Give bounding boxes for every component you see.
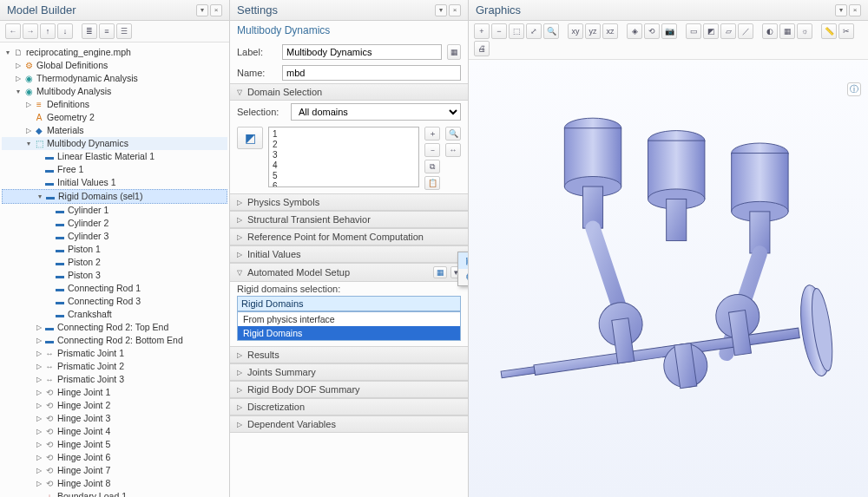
nav-down-icon[interactable]: ↓	[57, 23, 73, 39]
zoom-box-icon[interactable]: ⬚	[509, 23, 524, 39]
tree-node-hinge6[interactable]: ▷⟲Hinge Joint 6	[2, 451, 227, 464]
menu-create-rigid-domains[interactable]: ▣ Create Rigid Domains	[458, 252, 468, 269]
default-view-icon[interactable]: ◈	[627, 23, 642, 39]
tree-node-piston2[interactable]: ▬Piston 2	[2, 256, 227, 269]
tree-node-prismatic3[interactable]: ▷↔Prismatic Joint 3	[2, 373, 227, 386]
automated-setup-popup[interactable]: ▣ Create Rigid Domains ⚙ Create Gears	[457, 252, 468, 286]
caret-icon[interactable]: ▷	[35, 451, 43, 464]
tree-node-free1[interactable]: ▬Free 1	[2, 163, 227, 176]
tree-node-connRod2Bot[interactable]: ▷▬Connecting Rod 2: Bottom End	[2, 334, 227, 347]
tree-node-connRod2Top[interactable]: ▷▬Connecting Rod 2: Top End	[2, 321, 227, 334]
combo-option-rigid-domains[interactable]: Rigid Domains	[238, 326, 460, 340]
domain-num[interactable]: 3	[273, 150, 415, 160]
section-ref-point[interactable]: Reference Point for Moment Computation	[230, 228, 468, 245]
zoom-extents-icon[interactable]: ⤢	[526, 23, 542, 39]
zoom-in-icon[interactable]: +	[474, 23, 490, 39]
tree-node-linElastic[interactable]: ▬Linear Elastic Material 1	[2, 150, 227, 163]
tree-node-prismatic2[interactable]: ▷↔Prismatic Joint 2	[2, 360, 227, 373]
name-input[interactable]	[282, 65, 461, 81]
domain-num[interactable]: 2	[273, 140, 415, 150]
tree-node-hinge7[interactable]: ▷⟲Hinge Joint 7	[2, 464, 227, 477]
automated-setup-action-icon[interactable]: ▦	[433, 266, 447, 278]
copy-selection-icon[interactable]: ⧉	[424, 160, 440, 173]
section-domain-selection[interactable]: Domain Selection	[230, 83, 468, 101]
select-domain-icon[interactable]: ◩	[703, 23, 719, 39]
select-mode-icon[interactable]: ▭	[686, 23, 701, 39]
collapse-icon[interactable]: ≡	[99, 23, 115, 39]
tree-node-hinge4[interactable]: ▷⟲Hinge Joint 4	[2, 425, 227, 438]
tree-node-boundLoad1[interactable]: ↓Boundary Load 1	[2, 490, 227, 497]
settings-menu-icon[interactable]: ▾	[435, 4, 447, 16]
tree-node-thermo[interactable]: ▷◉Thermodynamic Analysis	[2, 72, 227, 85]
add-selection-icon[interactable]: ＋	[424, 127, 440, 141]
info-badge-icon[interactable]: ⓘ	[847, 82, 861, 96]
lighting-icon[interactable]: ☼	[797, 23, 812, 39]
tree-node-hinge1[interactable]: ▷⟲Hinge Joint 1	[2, 386, 227, 399]
remove-selection-icon[interactable]: －	[424, 143, 440, 157]
caret-icon[interactable]: ▷	[35, 321, 43, 334]
caret-icon[interactable]: ▷	[14, 72, 23, 85]
tree-node-hinge3[interactable]: ▷⟲Hinge Joint 3	[2, 412, 227, 425]
menu-create-gears[interactable]: ⚙ Create Gears	[458, 269, 468, 285]
section-rigid-body-dof[interactable]: Rigid Body DOF Summary	[230, 381, 468, 398]
section-structural-transient[interactable]: Structural Transient Behavior	[230, 211, 468, 228]
measure-icon[interactable]: 📏	[821, 23, 837, 39]
camera-icon[interactable]: 📷	[661, 23, 677, 39]
select-boundary-icon[interactable]: ▱	[720, 23, 736, 39]
section-automated-setup[interactable]: Automated Model Setup ▦ ▾	[230, 263, 468, 282]
print-icon[interactable]: 🖨	[474, 41, 490, 56]
tree-node-cylinder1[interactable]: ▬Cylinder 1	[2, 204, 227, 217]
section-dependent-variables[interactable]: Dependent Variables	[230, 415, 468, 433]
nav-back-icon[interactable]: ←	[5, 23, 21, 39]
domain-num[interactable]: 4	[273, 160, 415, 171]
tree-node-connRod3[interactable]: ▬Connecting Rod 3	[2, 295, 227, 308]
nav-up-icon[interactable]: ↑	[40, 23, 56, 39]
panel-close-icon[interactable]: ×	[210, 4, 222, 16]
clip-icon[interactable]: ✂	[838, 23, 854, 39]
rotate-icon[interactable]: ⟲	[644, 23, 660, 39]
tree-node-definitions[interactable]: ▷≡Definitions	[2, 98, 227, 111]
domain-num[interactable]: 5	[273, 171, 415, 181]
view-yz-icon[interactable]: yz	[585, 23, 601, 39]
domain-num[interactable]: 1	[273, 129, 415, 140]
caret-icon[interactable]: ▷	[35, 334, 43, 347]
zoom-selected-icon[interactable]: 🔍	[543, 23, 559, 39]
caret-icon[interactable]: ▷	[35, 399, 43, 412]
caret-icon[interactable]: ▾	[3, 46, 12, 59]
zoom-out-icon[interactable]: −	[491, 23, 507, 39]
label-input[interactable]	[282, 44, 442, 60]
caret-icon[interactable]: ▷	[35, 477, 43, 490]
caret-icon[interactable]: ▷	[14, 59, 23, 72]
section-joints-summary[interactable]: Joints Summary	[230, 363, 468, 381]
tree-node-hinge8[interactable]: ▷⟲Hinge Joint 8	[2, 477, 227, 490]
caret-icon[interactable]: ▷	[35, 425, 43, 438]
transparency-icon[interactable]: ◐	[762, 23, 778, 39]
tree-node-crankshaft[interactable]: ▬Crankshaft	[2, 308, 227, 321]
tree-node-cylinder3[interactable]: ▬Cylinder 3	[2, 230, 227, 243]
section-results[interactable]: Results	[230, 346, 468, 363]
tree-node-cylinder2[interactable]: ▬Cylinder 2	[2, 217, 227, 230]
tree-node-materials[interactable]: ▷◆Materials	[2, 124, 227, 137]
graphics-close-icon[interactable]: ×	[849, 4, 861, 16]
model-tree[interactable]: ▾🗋reciprocating_engine.mph▷⚙Global Defin…	[0, 43, 229, 497]
caret-icon[interactable]: ▷	[35, 386, 43, 399]
select-edge-icon[interactable]: ／	[738, 23, 753, 39]
graphics-menu-icon[interactable]: ▾	[835, 4, 847, 16]
section-physics-symbols[interactable]: Physics Symbols	[230, 193, 468, 211]
panel-menu-icon[interactable]: ▾	[196, 4, 208, 16]
tree-node-rigidDomains[interactable]: ▾▬Rigid Domains (sel1)	[2, 189, 227, 204]
settings-close-icon[interactable]: ×	[449, 4, 461, 16]
selection-dropdown[interactable]: All domains	[291, 103, 461, 121]
caret-icon[interactable]: ▷	[35, 412, 43, 425]
view-xz-icon[interactable]: xz	[602, 23, 618, 39]
caret-icon[interactable]: ▷	[35, 360, 43, 373]
caret-icon[interactable]: ▷	[35, 464, 43, 477]
section-initial-values[interactable]: Initial Values	[230, 245, 468, 263]
tree-node-prismatic1[interactable]: ▷↔Prismatic Joint 1	[2, 347, 227, 360]
paste-selection-icon[interactable]: 📋	[424, 176, 440, 190]
caret-icon[interactable]: ▾	[36, 190, 44, 203]
tree-node-multibodyDynamics[interactable]: ▾⬚Multibody Dynamics	[2, 137, 227, 150]
tree-node-initialValues1[interactable]: ▬Initial Values 1	[2, 176, 227, 189]
view-xy-icon[interactable]: xy	[568, 23, 583, 39]
tree-node-hinge2[interactable]: ▷⟲Hinge Joint 2	[2, 399, 227, 412]
